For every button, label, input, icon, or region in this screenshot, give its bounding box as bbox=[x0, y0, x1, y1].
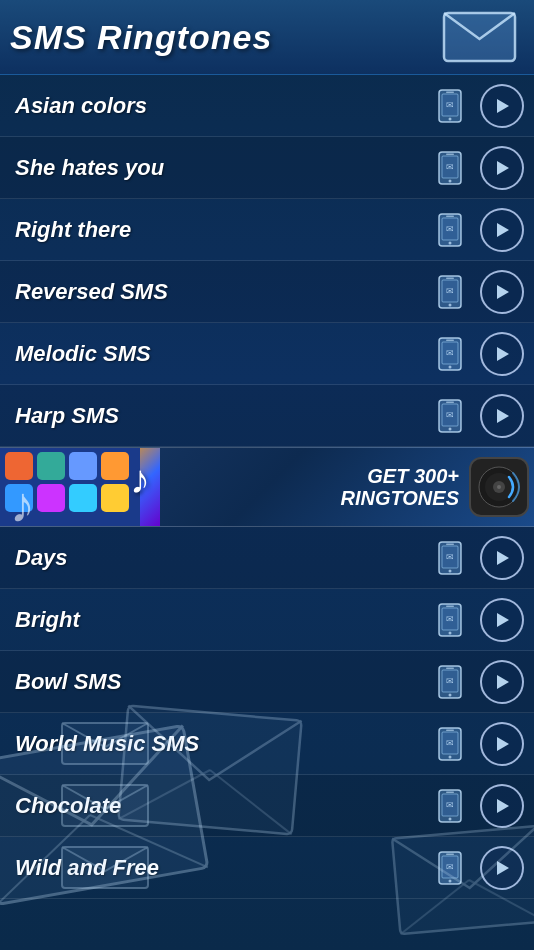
play-button[interactable] bbox=[480, 722, 524, 766]
svg-rect-54 bbox=[446, 543, 454, 545]
svg-rect-43 bbox=[37, 484, 65, 512]
set-ringtone-button[interactable]: ✉ bbox=[428, 146, 472, 190]
list-item: Melodic SMS ✉ bbox=[0, 323, 534, 385]
svg-rect-38 bbox=[5, 452, 33, 480]
play-button[interactable] bbox=[480, 208, 524, 252]
svg-point-65 bbox=[449, 693, 452, 696]
svg-text:✉: ✉ bbox=[446, 410, 454, 420]
svg-point-9 bbox=[449, 179, 452, 182]
set-ringtone-button[interactable]: ✉ bbox=[428, 84, 472, 128]
list-item: Wild and Free ✉ bbox=[0, 837, 534, 899]
svg-marker-18 bbox=[497, 223, 509, 237]
svg-marker-89 bbox=[497, 861, 509, 875]
svg-rect-45 bbox=[101, 484, 129, 512]
ringtone-name: Reversed SMS bbox=[15, 279, 428, 305]
svg-rect-40 bbox=[69, 452, 97, 480]
set-ringtone-button[interactable]: ✉ bbox=[428, 270, 472, 314]
svg-rect-34 bbox=[446, 401, 454, 403]
play-button[interactable] bbox=[480, 846, 524, 890]
svg-text:✉: ✉ bbox=[446, 800, 454, 810]
svg-marker-62 bbox=[497, 613, 509, 627]
ringtone-name: World Music SMS bbox=[15, 731, 428, 757]
set-ringtone-button[interactable]: ✉ bbox=[428, 846, 472, 890]
svg-text:✉: ✉ bbox=[446, 100, 454, 110]
svg-rect-4 bbox=[446, 91, 454, 93]
ringtone-name: Wild and Free bbox=[15, 855, 428, 881]
ringtone-list: Asian colors ✉ She hates you ✉ Right the… bbox=[0, 75, 534, 899]
play-button[interactable] bbox=[480, 394, 524, 438]
set-ringtone-button[interactable]: ✉ bbox=[428, 598, 472, 642]
ringtone-name: She hates you bbox=[15, 155, 428, 181]
play-button[interactable] bbox=[480, 598, 524, 642]
ringtone-name: Bright bbox=[15, 607, 428, 633]
app-header: SMS Ringtones bbox=[0, 0, 534, 75]
svg-marker-36 bbox=[497, 409, 509, 423]
svg-rect-10 bbox=[446, 153, 454, 155]
list-item: World Music SMS ✉ bbox=[0, 713, 534, 775]
svg-rect-16 bbox=[446, 215, 454, 217]
svg-rect-87 bbox=[446, 853, 454, 855]
ringtone-name: Melodic SMS bbox=[15, 341, 428, 367]
svg-marker-75 bbox=[497, 737, 509, 751]
ringtone-name: Right there bbox=[15, 217, 428, 243]
svg-text:✉: ✉ bbox=[446, 162, 454, 172]
header-envelope-icon bbox=[439, 10, 519, 65]
svg-point-53 bbox=[449, 569, 452, 572]
ad-get-label: GET 300+ bbox=[367, 465, 459, 487]
ad-text-block: GET 300+ RINGTONES bbox=[160, 465, 469, 509]
app-title: SMS Ringtones bbox=[10, 18, 272, 57]
list-item: Harp SMS ✉ bbox=[0, 385, 534, 447]
svg-rect-60 bbox=[446, 605, 454, 607]
ad-image: ♪ bbox=[0, 447, 160, 527]
ringtone-name: Chocolate bbox=[15, 793, 428, 819]
svg-point-33 bbox=[449, 427, 452, 430]
set-ringtone-button[interactable]: ✉ bbox=[428, 660, 472, 704]
svg-marker-82 bbox=[497, 799, 509, 813]
list-item: She hates you ✉ bbox=[0, 137, 534, 199]
svg-point-50 bbox=[497, 485, 501, 489]
set-ringtone-button[interactable]: ✉ bbox=[428, 394, 472, 438]
ringtone-name: Harp SMS bbox=[15, 403, 428, 429]
svg-rect-66 bbox=[446, 667, 454, 669]
svg-rect-22 bbox=[446, 277, 454, 279]
set-ringtone-button[interactable]: ✉ bbox=[428, 208, 472, 252]
svg-marker-24 bbox=[497, 285, 509, 299]
set-ringtone-button[interactable]: ✉ bbox=[428, 536, 472, 580]
svg-text:♪: ♪ bbox=[10, 477, 35, 527]
svg-text:✉: ✉ bbox=[446, 348, 454, 358]
list-item: Bowl SMS ✉ bbox=[0, 651, 534, 713]
svg-marker-30 bbox=[497, 347, 509, 361]
svg-point-79 bbox=[449, 817, 452, 820]
ad-banner[interactable]: ♪ GET 300+ RINGTONES bbox=[0, 447, 534, 527]
play-button[interactable] bbox=[480, 332, 524, 376]
play-button[interactable] bbox=[480, 146, 524, 190]
svg-point-3 bbox=[449, 117, 452, 120]
svg-text:✉: ✉ bbox=[446, 676, 454, 686]
list-item: Asian colors ✉ bbox=[0, 75, 534, 137]
svg-text:✉: ✉ bbox=[446, 552, 454, 562]
set-ringtone-button[interactable]: ✉ bbox=[428, 332, 472, 376]
play-button[interactable] bbox=[480, 270, 524, 314]
svg-point-27 bbox=[449, 365, 452, 368]
svg-point-72 bbox=[449, 755, 452, 758]
play-button[interactable] bbox=[480, 660, 524, 704]
play-button[interactable] bbox=[480, 536, 524, 580]
set-ringtone-button[interactable]: ✉ bbox=[428, 722, 472, 766]
list-item: Days ✉ bbox=[0, 527, 534, 589]
list-item: Right there ✉ bbox=[0, 199, 534, 261]
ad-ringtones-label: RINGTONES bbox=[340, 487, 459, 509]
list-item: Reversed SMS ✉ bbox=[0, 261, 534, 323]
svg-marker-6 bbox=[497, 99, 509, 113]
ringtone-name: Days bbox=[15, 545, 428, 571]
svg-text:✉: ✉ bbox=[446, 286, 454, 296]
svg-rect-39 bbox=[37, 452, 65, 480]
svg-text:✉: ✉ bbox=[446, 862, 454, 872]
set-ringtone-button[interactable]: ✉ bbox=[428, 784, 472, 828]
svg-rect-44 bbox=[69, 484, 97, 512]
list-item: Bright ✉ bbox=[0, 589, 534, 651]
play-button[interactable] bbox=[480, 84, 524, 128]
svg-point-15 bbox=[449, 241, 452, 244]
play-button[interactable] bbox=[480, 784, 524, 828]
ad-app-icon bbox=[469, 457, 529, 517]
svg-marker-56 bbox=[497, 551, 509, 565]
